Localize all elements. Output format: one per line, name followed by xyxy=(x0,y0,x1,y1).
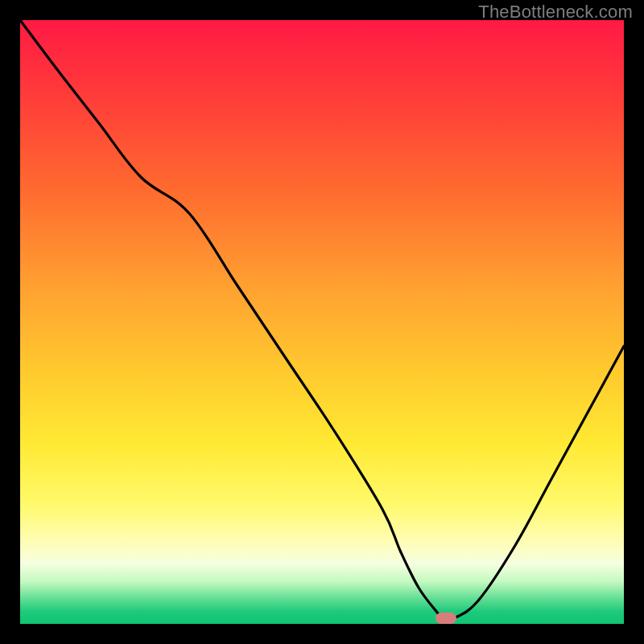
chart-frame: TheBottleneck.com xyxy=(0,0,644,644)
curve-svg xyxy=(20,20,624,624)
optimum-marker xyxy=(436,613,456,624)
plot-area xyxy=(20,20,624,624)
bottleneck-curve-path xyxy=(20,20,624,620)
